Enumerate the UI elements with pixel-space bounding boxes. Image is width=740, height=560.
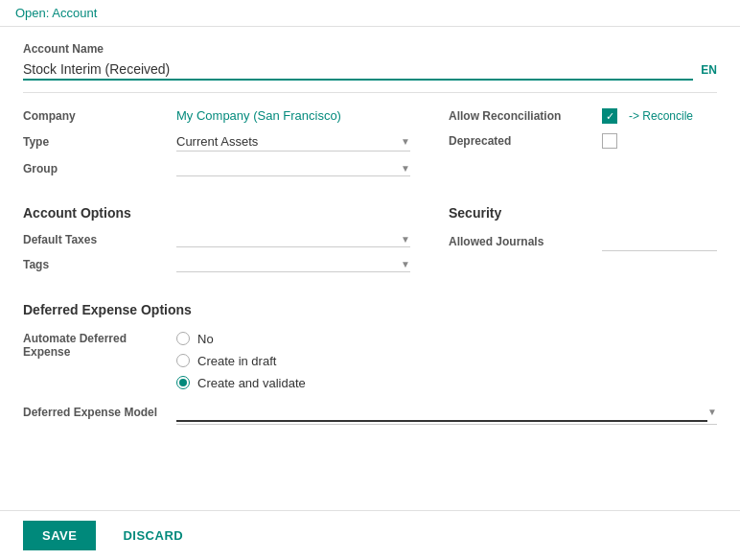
group-value: ▼ xyxy=(176,161,410,176)
group-dropdown-arrow: ▼ xyxy=(401,163,410,174)
account-name-label: Account Name xyxy=(23,42,717,56)
discard-button[interactable]: DISCARD xyxy=(111,521,195,550)
tags-label: Tags xyxy=(23,258,176,271)
form-area: Account Name EN Company My Company (San … xyxy=(0,27,740,510)
type-row: Type Current Assets ▼ xyxy=(23,132,410,152)
deferred-model-row: Deferred Expense Model ▼ xyxy=(23,400,717,425)
tags-arrow: ▼ xyxy=(401,259,410,269)
deferred-model-arrow: ▼ xyxy=(707,407,717,417)
radio-draft-button[interactable] xyxy=(176,354,190,367)
allow-reconciliation-label: Allow Reconciliation xyxy=(449,109,602,123)
group-label: Group xyxy=(23,162,176,175)
company-link[interactable]: My Company (San Francisco) xyxy=(176,108,341,123)
deferred-title: Deferred Expense Options xyxy=(23,301,717,320)
save-button[interactable]: SAVE xyxy=(23,521,96,550)
default-taxes-value: ▼ xyxy=(176,232,410,247)
allowed-journals-label: Allowed Journals xyxy=(449,235,602,248)
options-security-section: Account Options Default Taxes ▼ Tags xyxy=(23,205,717,282)
account-options-title: Account Options xyxy=(23,205,410,221)
company-value: My Company (San Francisco) xyxy=(176,108,410,123)
radio-no-button[interactable] xyxy=(176,332,190,345)
left-column: Company My Company (San Francisco) Type … xyxy=(23,108,449,186)
radio-no-label: No xyxy=(197,332,214,346)
automate-deferred-label: Automate Deferred Expense xyxy=(23,332,176,359)
group-row: Group ▼ xyxy=(23,161,410,176)
default-taxes-arrow: ▼ xyxy=(401,234,410,245)
type-label: Type xyxy=(23,135,176,149)
radio-group: No Create in draft Create and validate xyxy=(176,332,717,390)
right-column: Allow Reconciliation -> Reconcile Deprec… xyxy=(449,108,717,186)
default-taxes-row: Default Taxes ▼ xyxy=(23,232,410,247)
automate-deferred-options: No Create in draft Create and validate xyxy=(176,332,717,390)
radio-no-option[interactable]: No xyxy=(176,332,717,346)
type-dropdown-arrow: ▼ xyxy=(401,136,410,147)
account-name-input[interactable] xyxy=(23,59,693,81)
deprecated-row: Deprecated xyxy=(449,133,717,149)
allow-reconciliation-checkbox[interactable] xyxy=(602,108,617,124)
deferred-model-value: ▼ xyxy=(176,400,717,425)
page-header: Open: Account xyxy=(0,0,740,27)
company-row: Company My Company (San Francisco) xyxy=(23,108,410,123)
type-dropdown-text: Current Assets xyxy=(176,134,401,149)
page-title: Open: Account xyxy=(15,6,97,20)
deprecated-value xyxy=(602,133,717,149)
deferred-model-dropdown[interactable]: ▼ xyxy=(176,400,717,425)
allow-reconciliation-row: Allow Reconciliation -> Reconcile xyxy=(449,108,717,124)
radio-draft-option[interactable]: Create in draft xyxy=(176,354,717,368)
radio-validate-inner xyxy=(179,379,187,386)
radio-validate-button[interactable] xyxy=(176,376,190,389)
security-col: Security Allowed Journals xyxy=(449,205,717,282)
radio-validate-option[interactable]: Create and validate xyxy=(176,376,717,390)
company-label: Company xyxy=(23,109,176,123)
allow-reconciliation-value: -> Reconcile xyxy=(602,108,717,124)
radio-validate-label: Create and validate xyxy=(197,376,306,390)
tags-value: ▼ xyxy=(176,257,410,272)
reconciliation-checkbox-wrapper: -> Reconcile xyxy=(602,108,717,124)
page-wrapper: Open: Account Account Name EN Company My… xyxy=(0,0,740,560)
footer-bar: SAVE DISCARD xyxy=(0,510,740,560)
reconcile-link[interactable]: -> Reconcile xyxy=(629,109,693,123)
tags-row: Tags ▼ xyxy=(23,257,410,272)
type-dropdown[interactable]: Current Assets ▼ xyxy=(176,132,410,152)
deferred-model-input[interactable] xyxy=(176,402,707,422)
automate-deferred-row: Automate Deferred Expense No Create in d… xyxy=(23,332,717,390)
deprecated-label: Deprecated xyxy=(449,134,602,148)
allowed-journals-row: Allowed Journals xyxy=(449,232,717,251)
allowed-journals-value xyxy=(602,232,717,251)
radio-draft-label: Create in draft xyxy=(197,354,276,368)
deprecated-checkbox[interactable] xyxy=(602,133,617,149)
default-taxes-label: Default Taxes xyxy=(23,233,176,246)
account-name-input-row: EN xyxy=(23,59,717,81)
account-options-col: Account Options Default Taxes ▼ Tags xyxy=(23,205,449,282)
allowed-journals-input[interactable] xyxy=(602,232,717,251)
security-title: Security xyxy=(449,205,717,221)
account-name-section: Account Name EN xyxy=(23,42,717,93)
main-fields: Company My Company (San Francisco) Type … xyxy=(23,108,717,186)
language-badge[interactable]: EN xyxy=(701,63,717,77)
deferred-model-label: Deferred Expense Model xyxy=(23,406,176,419)
default-taxes-dropdown[interactable]: ▼ xyxy=(176,232,410,247)
type-value: Current Assets ▼ xyxy=(176,132,410,152)
group-dropdown[interactable]: ▼ xyxy=(176,161,410,176)
tags-dropdown[interactable]: ▼ xyxy=(176,257,410,272)
